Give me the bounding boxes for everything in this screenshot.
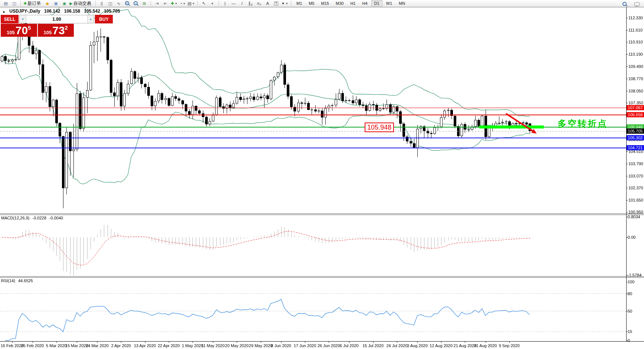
time-tick <box>121 342 121 343</box>
zoom-in-icon[interactable]: + <box>123 0 132 7</box>
profiles-icon[interactable]: ◫ <box>10 0 19 7</box>
horizontal-line-icon[interactable]: — <box>229 0 238 7</box>
chat-icon[interactable] <box>632 1 641 7</box>
bar-chart-icon[interactable]: || <box>98 0 106 7</box>
turning-point-annotation[interactable]: 多空转折点 <box>558 118 608 130</box>
symbol-header: ▲ USDJPY-,Daily 106.142 106.158 105.542 … <box>2 9 123 14</box>
macd-tick-label: 0.00 <box>628 235 635 239</box>
price-tick-label: 112.330 <box>628 16 643 20</box>
axis-tick <box>626 18 628 18</box>
label-icon[interactable]: T <box>272 0 280 7</box>
price-badge: 104.721 <box>627 145 644 150</box>
price-tick-label: 109.490 <box>628 64 643 69</box>
timeframe-bar: M1M5M15M30H1H4D1W1MN <box>293 0 408 6</box>
vertical-line-icon[interactable]: | <box>221 0 229 7</box>
timeframe-mn[interactable]: MN <box>396 0 408 6</box>
sell-price-pips: 70 <box>16 25 28 36</box>
indicators-button[interactable]: ✚▼ <box>170 0 178 7</box>
axis-tick <box>626 217 628 217</box>
tile-windows-icon[interactable]: ⊞ <box>140 0 149 7</box>
timeframe-h1[interactable]: H1 <box>347 0 358 6</box>
price-tick-label: 103.790 <box>628 162 643 166</box>
timeframe-h4[interactable]: H4 <box>359 0 370 6</box>
rsi-tick-label: 15 <box>628 329 632 334</box>
channel-icon[interactable]: ∥E <box>246 0 255 7</box>
pane-separator[interactable] <box>0 277 644 278</box>
text-icon[interactable]: A <box>263 0 272 7</box>
cursor-icon[interactable]: ↖ <box>200 0 208 7</box>
shapes-button: ✦ <box>281 1 285 6</box>
auto-scroll-icon[interactable]: ⇥ <box>153 0 161 7</box>
buy-price-button[interactable]: 105 73 2 <box>38 24 74 37</box>
shapes-button[interactable]: ✦▼ <box>280 0 289 7</box>
new-order-button[interactable]: ✚新订单 <box>23 0 43 7</box>
axis-tick <box>626 54 628 55</box>
price-tick-label: 108.770 <box>628 76 643 81</box>
volume-increase-button[interactable]: ▲ <box>87 15 94 23</box>
periods-button-caret-icon: ▼ <box>183 2 185 5</box>
terminal-icon[interactable]: ▣ <box>52 0 60 7</box>
zoom-out-icon: − <box>133 1 138 6</box>
new-chart-icon[interactable]: ▤ <box>1 0 10 7</box>
pane-separator[interactable] <box>0 215 644 215</box>
chart-shift-icon[interactable]: ⇤ <box>161 0 170 7</box>
tick-direction-icon: ▲ <box>2 10 6 13</box>
chart-canvas[interactable] <box>0 0 644 349</box>
line-chart-icon[interactable]: ∿ <box>115 0 123 7</box>
axis-tick <box>626 79 628 79</box>
axis-tick <box>626 151 628 152</box>
volume-input[interactable] <box>26 15 87 23</box>
pane-separator[interactable] <box>0 213 644 214</box>
new-order-button-label: 新订单 <box>27 1 41 6</box>
rsi-name: RSI(14) <box>1 278 15 283</box>
time-tick <box>213 342 213 343</box>
indicators-button-caret-icon: ▼ <box>175 2 177 5</box>
axis-tick <box>626 176 628 176</box>
time-tick <box>373 342 374 343</box>
templates-button[interactable]: ▧▼ <box>187 0 196 7</box>
periods-button[interactable]: ◔▼ <box>178 0 187 7</box>
timeframe-w1[interactable]: W1 <box>383 0 395 6</box>
time-tick <box>305 342 305 343</box>
timeframe-m15[interactable]: M15 <box>318 0 332 6</box>
chart-shift-icon: ⇤ <box>164 1 167 6</box>
timeframe-m30[interactable]: M30 <box>333 0 346 6</box>
time-tick <box>397 342 397 343</box>
candlestick-chart-icon[interactable]: ◫ <box>106 0 115 7</box>
sell-button[interactable]: SELL <box>1 15 19 23</box>
time-tick <box>169 342 169 343</box>
volume-decrease-button[interactable]: ▼ <box>20 15 26 23</box>
fibonacci-icon: ≡ <box>257 1 259 6</box>
line-chart-icon: ∿ <box>117 1 121 6</box>
timeframe-m5[interactable]: M5 <box>306 0 317 6</box>
shapes-button-caret-icon: ▼ <box>286 2 288 5</box>
sell-price-button[interactable]: 105 70 5 <box>1 24 37 37</box>
ohlc-close: 105.705 <box>104 9 120 14</box>
zoom-out-icon[interactable]: − <box>132 0 140 7</box>
date-label: 26 Jun 2020 <box>318 343 340 348</box>
signal-icon[interactable]: ◉ <box>60 0 69 7</box>
metaeditor-icon[interactable]: ◆ <box>43 0 52 7</box>
trendline-icon: / <box>242 1 243 6</box>
bar-chart-icon: || <box>101 1 103 6</box>
fibonacci-icon[interactable]: ≡F <box>255 0 263 7</box>
templates-button-caret-icon: ▼ <box>192 2 195 5</box>
date-label: 24 Jul 2020 <box>386 343 407 348</box>
autotrade-button[interactable]: ▶自动交易 <box>69 0 93 7</box>
time-tick <box>441 342 441 343</box>
search-icon[interactable] <box>620 1 629 7</box>
pane-separator[interactable] <box>0 276 644 277</box>
axis-tick <box>626 30 628 30</box>
date-label: 8 Jun 2020 <box>271 343 291 348</box>
timeframe-m1[interactable]: M1 <box>293 0 305 6</box>
macd-value-2: -0.0040 <box>49 216 63 220</box>
price-text-annotation[interactable]: 105.948 <box>365 123 394 132</box>
metaeditor-icon: ◆ <box>46 1 49 6</box>
trendline-icon[interactable]: / <box>238 0 246 7</box>
timeframe-d1[interactable]: D1 <box>371 0 382 6</box>
date-label: 22 Apr 2020 <box>158 343 180 348</box>
macd-value-1: -0.0228 <box>32 216 46 220</box>
axis-tick <box>626 91 628 91</box>
crosshair-icon[interactable]: + <box>208 0 217 7</box>
buy-button[interactable]: BUY <box>95 15 113 23</box>
